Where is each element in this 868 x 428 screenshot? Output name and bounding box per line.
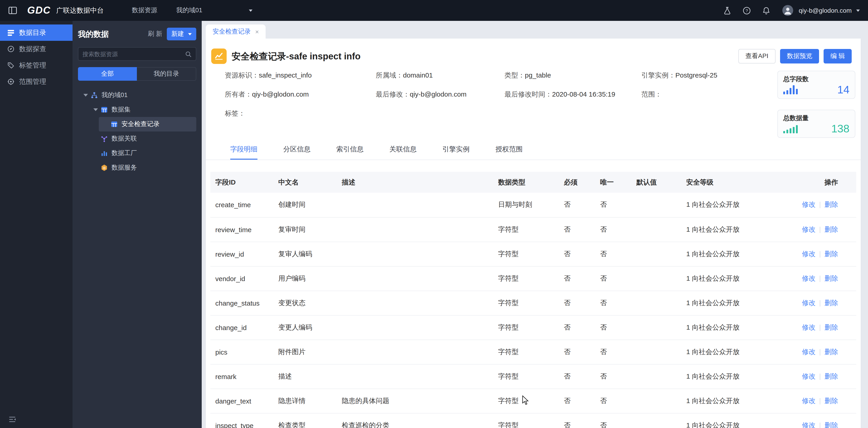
edit-link[interactable]: 修改 (802, 299, 815, 306)
edit-link[interactable]: 修改 (802, 396, 815, 404)
edit-link[interactable]: 修改 (802, 225, 815, 233)
delete-link[interactable]: 删除 (825, 225, 838, 233)
tree-item[interactable]: 数据集 (78, 102, 196, 117)
tags-icon (7, 62, 14, 69)
meta-label: 所属域： (376, 71, 403, 79)
user-email[interactable]: qiy-b@glodon.com (799, 7, 852, 14)
column-header: 默认值 (637, 172, 686, 193)
tree-item[interactable]: 数据关联 (78, 131, 196, 146)
delete-link[interactable]: 删除 (825, 201, 838, 208)
meta-value: qiy-b@glodon.com (252, 90, 309, 98)
cell: 字符型 (498, 413, 564, 428)
edit-link[interactable]: 修改 (802, 274, 815, 282)
edit-button[interactable]: 编 辑 (824, 49, 852, 63)
edit-link[interactable]: 修改 (802, 421, 815, 428)
edit-link[interactable]: 修改 (802, 250, 815, 257)
meta-value: safe_inspect_info (259, 71, 312, 79)
refresh-button[interactable]: 刷 新 (148, 30, 162, 38)
cell (342, 364, 498, 389)
tree-item[interactable]: 数据服务 (78, 160, 196, 175)
edit-link[interactable]: 修改 (802, 201, 815, 208)
search-input[interactable] (83, 51, 185, 57)
edit-link[interactable]: 修改 (802, 323, 815, 331)
edit-link[interactable]: 修改 (802, 347, 815, 355)
cell (637, 217, 686, 242)
cell: 字符型 (498, 364, 564, 389)
action-separator: | (819, 347, 821, 355)
column-header: 安全等级 (686, 172, 795, 193)
meta-field: 类型：pg_table (504, 71, 641, 80)
edit-link[interactable]: 修改 (802, 372, 815, 380)
sidebar-item-scope[interactable]: 范围管理 (0, 73, 72, 90)
domain-icon (91, 92, 98, 99)
tree-item[interactable]: 我的域01 (78, 88, 196, 102)
detail-tab[interactable]: 字段明细 (230, 145, 257, 160)
detail-tab[interactable]: 引擎实例 (442, 145, 470, 160)
caret-down-icon[interactable] (93, 109, 98, 111)
delete-link[interactable]: 删除 (825, 323, 838, 331)
cell-actions: 修改|删除 (795, 364, 856, 389)
meta-label: 类型： (504, 71, 525, 79)
nav-data-resource[interactable]: 数据资源 (132, 6, 157, 14)
meta-value: 2020-08-04 16:35:19 (552, 90, 615, 98)
cell: 字符型 (498, 315, 564, 340)
delete-link[interactable]: 删除 (825, 396, 838, 404)
detail-tab[interactable]: 关联信息 (390, 145, 416, 160)
layout-icon[interactable] (8, 6, 17, 15)
doc-tab[interactable]: 安全检查记录 × (206, 25, 266, 38)
caret-down-icon[interactable] (84, 94, 88, 97)
detail-tab[interactable]: 索引信息 (336, 145, 364, 160)
detail-tab[interactable]: 分区信息 (283, 145, 310, 160)
cell: change_status (210, 291, 278, 315)
collapse-panel-icon[interactable] (8, 415, 16, 424)
delete-link[interactable]: 删除 (825, 372, 838, 380)
sidebar-item-catalog[interactable]: 数据目录 (0, 25, 72, 41)
delete-link[interactable]: 删除 (825, 347, 838, 355)
view-api-button[interactable]: 查看API (738, 49, 776, 63)
cell: 1 向社会公众开放 (686, 413, 795, 428)
delete-link[interactable]: 删除 (825, 274, 838, 282)
action-separator: | (819, 396, 821, 404)
panel-tabs: 全部 我的目录 (78, 67, 196, 81)
delete-link[interactable]: 删除 (825, 299, 838, 306)
table-header-row: 字段ID中文名描述数据类型必须唯一默认值安全等级操作 (210, 172, 856, 193)
create-button[interactable]: 新建 (167, 28, 196, 40)
detail-card: 安全检查记录-safe inspect info 查看API 数据预览 编 辑 … (206, 38, 861, 428)
lab-icon[interactable] (723, 6, 732, 15)
column-header: 中文名 (278, 172, 342, 193)
cell: 隐患详情 (278, 389, 342, 413)
table-row: remark描述字符型否否1 向社会公众开放修改|删除 (210, 364, 856, 389)
column-header: 字段ID (210, 172, 278, 193)
cell (637, 315, 686, 340)
resource-tree: 我的域01数据集安全检查记录数据关联数据工厂数据服务 (78, 88, 196, 175)
avatar[interactable] (782, 5, 793, 16)
delete-link[interactable]: 删除 (825, 250, 838, 257)
service-icon (101, 164, 108, 172)
main-area: 安全检查记录 × 安全检查记录-safe inspect info 查看API (202, 21, 868, 428)
tree-item[interactable]: 数据工厂 (78, 146, 196, 160)
tab-my-catalog[interactable]: 我的目录 (137, 67, 196, 81)
chevron-down-icon[interactable] (856, 9, 860, 11)
cell: 描述 (278, 364, 342, 389)
sidebar-item-tags[interactable]: 标签管理 (0, 57, 72, 73)
tree-item[interactable]: 安全检查记录 (99, 117, 196, 131)
cell (637, 340, 686, 364)
domain-selector[interactable]: 我的域01 (176, 6, 252, 14)
scope-icon (7, 78, 14, 85)
help-icon[interactable]: ? (742, 6, 751, 15)
brand-logo: GDC (27, 4, 51, 16)
tab-all[interactable]: 全部 (78, 67, 137, 81)
search-icon[interactable] (185, 51, 192, 57)
doc-tab-label: 安全检查记录 (213, 27, 251, 36)
close-icon[interactable]: × (255, 28, 259, 35)
delete-link[interactable]: 删除 (825, 421, 838, 428)
detail-tab[interactable]: 授权范围 (495, 145, 523, 160)
table-body: create_time创建时间日期与时刻否否1 向社会公众开放修改|删除revi… (210, 193, 856, 428)
sidebar-item-explore[interactable]: 数据探查 (0, 41, 72, 57)
action-separator: | (819, 201, 821, 208)
stat-mini-bar-chart (783, 85, 798, 94)
notifications-icon[interactable] (762, 6, 771, 15)
cell: vendor_id (210, 266, 278, 291)
cell (637, 364, 686, 389)
data-preview-button[interactable]: 数据预览 (780, 49, 819, 63)
